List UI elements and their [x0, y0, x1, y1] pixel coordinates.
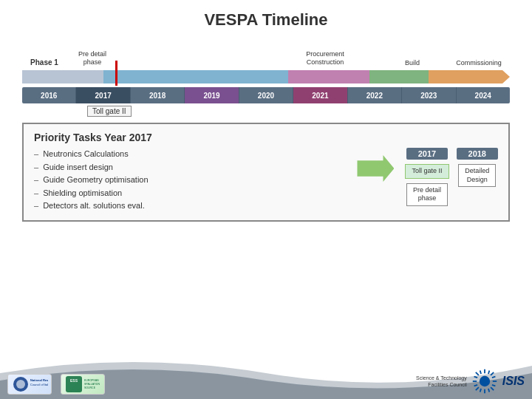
year-header-2017: 2017: [406, 148, 448, 160]
dash-3: –: [34, 174, 38, 187]
svg-point-1: [16, 380, 25, 389]
cnr-logo: National Research Council of Italy: [7, 374, 52, 395]
subbox-detailed-design: DetailedDesign: [458, 164, 496, 187]
isis-area: Science & Technology Facilities Council: [408, 368, 525, 395]
isis-sunburst-icon: [471, 368, 498, 395]
task-label-1: Neutronics Calculations: [43, 148, 129, 161]
subbox-toll-gate: Toll gate II: [405, 164, 449, 179]
year-2023: 2023: [402, 87, 456, 103]
label-phase1: Phase 1: [22, 58, 66, 66]
dash-5: –: [34, 200, 38, 213]
task-label-3: Guide Geometry optimisation: [43, 174, 148, 187]
dash-4: –: [34, 187, 38, 200]
big-arrow: [353, 155, 398, 182]
svg-line-24: [488, 371, 489, 375]
svg-line-14: [476, 372, 479, 375]
timeline-section: Phase 1 Pre detailphase ProcurementConst…: [0, 35, 532, 118]
year-2021: 2021: [293, 87, 347, 103]
toll-gate-area: Toll gate II: [22, 103, 510, 118]
svg-line-17: [476, 387, 479, 390]
svg-text:SPALLATION: SPALLATION: [84, 383, 100, 386]
year-2018: 2018: [131, 87, 185, 103]
svg-line-23: [474, 385, 477, 386]
svg-text:ESS: ESS: [70, 378, 78, 383]
year-header-2018: 2018: [457, 148, 498, 160]
task-item-3: – Guide Geometry optimisation: [34, 174, 346, 187]
label-build: Build: [390, 59, 434, 66]
svg-line-16: [491, 372, 494, 375]
label-pre-detail: Pre detailphase: [66, 50, 118, 66]
col-2017: 2017 Toll gate II Pre detailphase: [405, 148, 449, 206]
svg-text:Council of Italy: Council of Italy: [30, 383, 48, 386]
svg-text:SOURCE: SOURCE: [84, 386, 96, 389]
subbox-pre-detail: Pre detailphase: [406, 183, 448, 206]
right-boxes: 2017 Toll gate II Pre detailphase 2018 D…: [405, 148, 498, 206]
year-2020: 2020: [239, 87, 293, 103]
svg-line-21: [488, 389, 489, 392]
task-label-4: Shielding optimisation: [43, 187, 122, 200]
stfc-label: Science & Technology Facilities Council: [408, 375, 467, 388]
svg-line-15: [491, 387, 494, 390]
logos-area: National Research Council of Italy ESS E…: [7, 374, 105, 395]
bar-commissioning: [429, 70, 510, 83]
label-procurement: ProcurementConstruction: [296, 50, 355, 66]
task-item-2: – Guide insert design: [34, 161, 346, 174]
toll-gate-line: [115, 61, 117, 86]
year-2019: 2019: [185, 87, 239, 103]
ess-logo: ESS EUROPEAN SPALLATION SOURCE: [61, 374, 105, 395]
year-2016: 2016: [22, 87, 76, 103]
task-item-5: – Detectors alt. solutions eval.: [34, 200, 346, 213]
task-item-1: – Neutronics Calculations: [34, 148, 346, 161]
svg-line-22: [492, 377, 496, 378]
bar-detailed-design: [103, 70, 303, 83]
dash-1: –: [34, 148, 38, 161]
arrow-bars: [22, 66, 510, 87]
label-commissioning: Commissioning: [449, 59, 508, 66]
year-row: 2016 2017 2018 2019 2020 2021 2022 2023 …: [22, 87, 510, 103]
svg-text:EUROPEAN: EUROPEAN: [84, 379, 99, 382]
ess-logo-svg: ESS EUROPEAN SPALLATION SOURCE: [64, 375, 101, 394]
priority-title: Priority Tasks Year 2017: [34, 132, 498, 143]
cnr-logo-svg: National Research Council of Italy: [11, 375, 48, 394]
task-label-5: Detectors alt. solutions eval.: [43, 200, 145, 213]
svg-line-19: [492, 385, 496, 386]
dash-2: –: [34, 161, 38, 174]
year-2017: 2017: [76, 87, 130, 103]
isis-text-label: ISIS: [502, 375, 525, 388]
phase-labels: Phase 1 Pre detailphase ProcurementConst…: [22, 35, 510, 66]
task-label-2: Guide insert design: [43, 161, 113, 174]
priority-box: Priority Tasks Year 2017 – Neutronics Ca…: [22, 123, 510, 222]
toll-gate-label: Toll gate II: [87, 106, 132, 117]
svg-text:National Research: National Research: [30, 378, 48, 382]
svg-line-18: [474, 377, 477, 378]
svg-line-25: [480, 389, 480, 392]
priority-content: – Neutronics Calculations – Guide insert…: [34, 148, 498, 213]
isis-logo: ISIS: [471, 368, 525, 395]
task-list: – Neutronics Calculations – Guide insert…: [34, 148, 346, 213]
arrow-shape: [357, 155, 394, 182]
svg-line-20: [480, 371, 480, 375]
procurement-text: ProcurementConstruction: [306, 50, 344, 66]
task-item-4: – Shielding optimisation: [34, 187, 346, 200]
page-title: VESPA Timeline: [0, 0, 532, 35]
col-2018: 2018 DetailedDesign: [457, 148, 498, 206]
pre-detail-text: Pre detailphase: [78, 50, 106, 66]
year-2022: 2022: [348, 87, 402, 103]
svg-point-9: [480, 376, 490, 386]
year-2024: 2024: [457, 87, 510, 103]
